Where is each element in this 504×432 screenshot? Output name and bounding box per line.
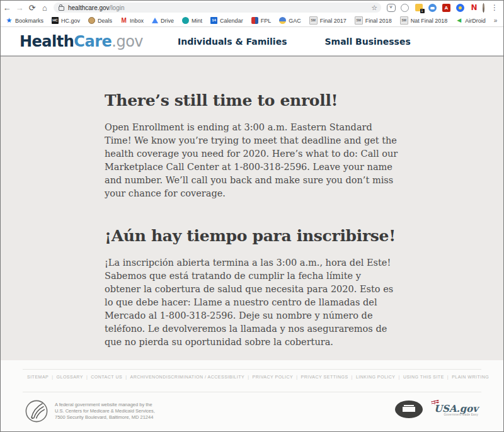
- paragraph-english: Open Enrollment is ending at 3:00 a.m. E…: [105, 121, 399, 200]
- bookmark-gac[interactable]: GAC: [279, 17, 301, 24]
- circle-glyph: [401, 4, 409, 12]
- footer-link-linking-policy[interactable]: LINKING POLICY: [348, 375, 396, 379]
- airdroid-icon: ◀: [455, 17, 462, 24]
- bookmark-label: Nat Final 2018: [411, 18, 448, 24]
- heading-english: There’s still time to enroll!: [105, 91, 399, 110]
- circle-extension-icon[interactable]: [400, 3, 410, 13]
- enrollment-message: There’s still time to enroll! Open Enrol…: [105, 91, 399, 367]
- heading-spanish: ¡Aún hay tiempo para inscribirse!: [105, 227, 399, 245]
- bookmark-fpl[interactable]: FPL: [251, 17, 272, 24]
- site-header: HealthCare.gov Individuals & Families Sm…: [1, 27, 503, 57]
- white-house-logo[interactable]: [395, 401, 423, 418]
- url-text[interactable]: healthcare.gov/login: [68, 4, 125, 11]
- profile-avatar[interactable]: [483, 3, 484, 13]
- back-icon[interactable]: ←: [1, 2, 13, 13]
- hc-icon: HC: [52, 17, 59, 24]
- bookmark-label: FPL: [261, 18, 272, 24]
- browser-window: ← → ⟳ ⌂ healthcare.gov/login ☆ v 1 A N ⋮…: [0, 0, 504, 432]
- sm-icon: SM: [355, 16, 363, 25]
- footer-link-using-this-site[interactable]: USING THIS SITE: [396, 375, 444, 379]
- bookmark-star-icon[interactable]: ☆: [371, 4, 377, 12]
- cloud-glyph: [428, 4, 437, 12]
- nav-small-businesses[interactable]: Small Businesses: [324, 37, 410, 47]
- usagov-label: USA.gov: [434, 403, 478, 414]
- agency-line-3: 7500 Security Boulevard, Baltimore, MD 2…: [55, 414, 155, 421]
- bookmark-label: GAC: [289, 18, 301, 24]
- star-icon: ★: [6, 17, 13, 24]
- browser-toolbar: ← → ⟳ ⌂ healthcare.gov/login ☆ v 1 A N ⋮: [1, 1, 503, 14]
- logo-gov: .gov: [112, 33, 143, 50]
- home-icon[interactable]: ⌂: [38, 2, 51, 13]
- compass-extension-icon[interactable]: [455, 3, 465, 13]
- footer-link-privacy-settings[interactable]: PRIVACY SETTINGS: [293, 375, 348, 379]
- bookmark-final-2018[interactable]: SMFinal 2018: [355, 16, 392, 25]
- agency-line-2: U.S. Centers for Medicare & Medicaid Ser…: [55, 408, 155, 414]
- footer-link-sitemap[interactable]: SITEMAP: [27, 375, 49, 379]
- agency-block: A federal government website managed by …: [25, 399, 155, 423]
- hhs-logo: [25, 399, 49, 423]
- bookmark-bookmarks[interactable]: ★Bookmarks: [6, 17, 43, 24]
- cloud-extension-icon[interactable]: [428, 3, 437, 13]
- footer-logos: USA.gov Government Made Easy: [395, 401, 478, 418]
- bookmark-label: Final 2018: [365, 18, 392, 24]
- footer-links-right: NONDISCRIMINATION / ACCESSIBILITY PRIVAC…: [152, 375, 489, 379]
- netflix-extension-icon[interactable]: N: [469, 3, 479, 13]
- bookmark-label: Deals: [98, 18, 112, 24]
- bookmark-inbox[interactable]: MInbox: [120, 17, 144, 24]
- bookmarks-bar: ★Bookmarks HCHC.gov Deals MInbox Drive M…: [1, 14, 503, 27]
- logo-care: Care: [74, 33, 112, 50]
- bookmark-airdroid[interactable]: ◀AirDroid: [455, 17, 486, 24]
- bookmarks-overflow-icon[interactable]: »: [494, 17, 498, 24]
- usagov-logo[interactable]: USA.gov Government Made Easy: [434, 403, 478, 416]
- drive-icon: [152, 18, 158, 23]
- gac-icon: [279, 17, 286, 24]
- logo-health: Health: [20, 33, 74, 50]
- bookmark-hcgov[interactable]: HCHC.gov: [52, 17, 80, 24]
- bookmark-label: Bookmarks: [15, 18, 43, 24]
- healthcare-gov-logo[interactable]: HealthCare.gov: [20, 33, 143, 50]
- bookmark-label: AirDroid: [465, 18, 486, 24]
- footer-rule-bottom: [23, 392, 481, 392]
- reload-icon[interactable]: ⟳: [26, 2, 38, 13]
- footer-links: SITEMAP GLOSSARY CONTACT US ARCHIVE NOND…: [27, 375, 479, 379]
- footer-link-privacy-policy[interactable]: PRIVACY POLICY: [244, 375, 293, 379]
- bookmark-nat-final-2018[interactable]: SMNat Final 2018: [400, 16, 448, 25]
- keep-glyph: 1: [415, 4, 423, 11]
- footer-link-contact-us[interactable]: CONTACT US: [83, 375, 122, 379]
- footer-link-nondiscrimination[interactable]: NONDISCRIMINATION / ACCESSIBILITY: [152, 375, 244, 379]
- pocket-glyph: v: [387, 4, 396, 12]
- bookmark-mint[interactable]: Mint: [182, 17, 202, 24]
- pocket-extension-icon[interactable]: v: [386, 3, 396, 13]
- bookmark-label: Final 2017: [320, 18, 346, 24]
- bookmark-drive[interactable]: Drive: [152, 18, 174, 24]
- fpl-icon: [251, 17, 258, 24]
- footer-link-archive[interactable]: ARCHIVE: [122, 375, 152, 379]
- extension-row: v 1 A N: [386, 3, 479, 13]
- footer-links-left: SITEMAP GLOSSARY CONTACT US ARCHIVE: [27, 375, 152, 379]
- mint-icon: [182, 17, 189, 24]
- page-body: There’s still time to enroll! Open Enrol…: [1, 57, 503, 360]
- footer-link-plain-writing[interactable]: PLAIN WRITING: [444, 375, 489, 379]
- sm-icon: SM: [400, 16, 408, 25]
- nav-individuals-families[interactable]: Individuals & Families: [178, 37, 287, 47]
- url-host: healthcare.gov: [68, 4, 110, 11]
- bookmark-final-2017[interactable]: SMFinal 2017: [309, 16, 346, 25]
- deals-icon: [88, 17, 95, 24]
- bookmark-label: Calendar: [220, 18, 243, 24]
- paragraph-spanish: ¡La inscripción abierta termina a las 3:…: [105, 256, 399, 349]
- calendar-icon: 14: [210, 17, 217, 24]
- agency-text: A federal government website managed by …: [55, 402, 155, 421]
- bookmark-calendar[interactable]: 14Calendar: [210, 17, 243, 24]
- chrome-menu-icon[interactable]: ⋮: [488, 2, 501, 13]
- acrobat-extension-icon[interactable]: A: [442, 3, 451, 13]
- footer-link-glossary[interactable]: GLOSSARY: [49, 375, 83, 379]
- lock-icon[interactable]: [59, 6, 64, 11]
- forward-icon[interactable]: →: [13, 2, 26, 13]
- bookmark-label: Inbox: [130, 18, 144, 24]
- sm-icon: SM: [309, 16, 318, 25]
- keep-extension-icon[interactable]: 1: [414, 3, 423, 13]
- acrobat-glyph: A: [442, 4, 450, 12]
- address-bar[interactable]: healthcare.gov/login ☆: [54, 3, 381, 13]
- bookmark-deals[interactable]: Deals: [88, 17, 112, 24]
- agency-line-1: A federal government website managed by …: [55, 402, 155, 408]
